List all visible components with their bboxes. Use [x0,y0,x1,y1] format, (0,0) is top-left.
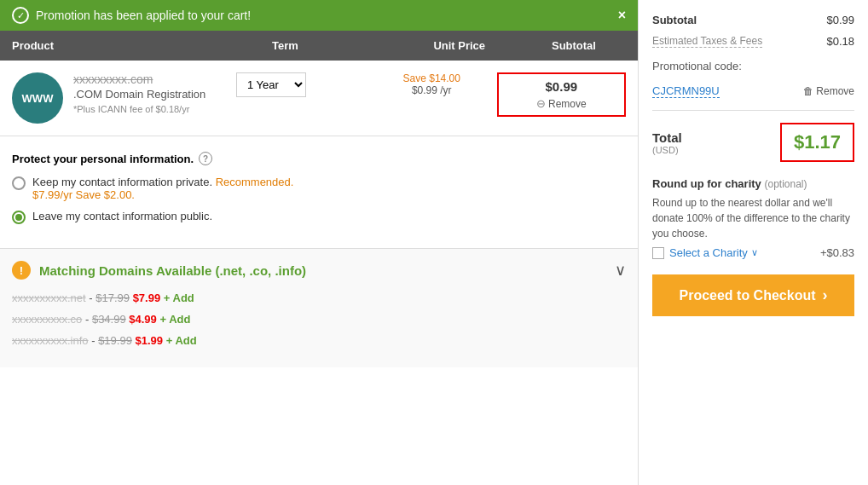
checkout-chevron-icon: › [823,286,828,304]
promo-close-button[interactable]: × [618,8,626,23]
warning-icon: ! [12,261,31,280]
matching-section: ! Matching Domains Available (.net, .co,… [0,249,638,367]
charity-dropdown[interactable]: Select a Charity ∨ [669,246,758,259]
product-icon: WWW [12,72,63,124]
remove-circle-icon: ⊖ [536,97,546,110]
price-cell: Save $14.00 $0.99 /yr [367,72,497,96]
domain-new-price: $4.99 [129,313,157,326]
privacy-option-private[interactable]: Keep my contact information private. Rec… [12,176,626,201]
product-domain-name: xxxxxxxxx.com [73,72,236,86]
remove-link[interactable]: ⊖ Remove [536,97,587,110]
domain-new-price: $1.99 [136,334,164,347]
right-panel: Subtotal $0.99 Estimated Taxes & Fees $0… [638,0,868,485]
total-section: Total (USD) $1.17 [652,123,854,162]
privacy-title-text: Protect your personal information. [12,153,194,165]
product-type: .COM Domain Registration [73,88,236,101]
domain-name-text: xxxxxxxxx.com [73,72,153,86]
term-select[interactable]: 1 Year 2 Years 5 Years [236,72,306,97]
domain-new-price: $7.99 [133,292,161,304]
recommended-text: Recommended. [216,176,294,188]
total-label: Total [652,130,682,145]
charity-chevron-icon: ∨ [751,247,758,258]
charity-checkbox[interactable] [652,247,664,259]
matching-header[interactable]: ! Matching Domains Available (.net, .co,… [12,261,626,280]
domain-old-price: $19.99 [98,334,132,347]
domain-old-price: $34.99 [92,313,126,326]
privacy-section: Protect your personal information. ? Kee… [0,136,638,249]
charity-title: Round up for charity [652,177,761,190]
term-cell: 1 Year 2 Years 5 Years [236,72,367,97]
list-item: xxxxxxxxxx.info - $19.99 $1.99 + Add [12,334,626,347]
chevron-down-icon: ∨ [615,261,626,280]
subtotal-label: Subtotal [652,14,697,26]
promo-text-label: Promotional code: [652,60,742,72]
checkout-label: Proceed to Checkout [679,288,815,303]
promo-message-group: ✓ Promotion has been applied to your car… [12,7,251,24]
domain-add-link[interactable]: + Add [159,313,190,326]
list-item: xxxxxxxxxx.net - $17.99 $7.99 + Add [12,292,626,304]
trash-icon: 🗑 [803,85,813,97]
subtotal-row: Subtotal $0.99 [652,14,854,26]
matching-title-group: ! Matching Domains Available (.net, .co,… [12,261,306,280]
col-header-unit-price: Unit Price [397,39,522,52]
promo-code-row: CJCRMN99U 🗑 Remove [652,84,854,98]
subtotal-amount: $0.99 [546,79,578,94]
promo-check-icon: ✓ [12,7,29,24]
charity-select-label: Select a Charity [669,246,748,259]
taxes-label[interactable]: Estimated Taxes & Fees [652,35,762,48]
charity-select-row: Select a Charity ∨ +$0.83 [652,246,854,259]
table-header: Product Term Unit Price Subtotal [0,31,638,61]
taxes-value: $0.18 [826,35,854,48]
privacy-private-label: Keep my contact information private. Rec… [32,176,293,201]
save-price: Save $14.00 [403,72,460,84]
domain-item-name: xxxxxxxxxx.info [12,334,89,347]
privacy-title: Protect your personal information. ? [12,152,626,165]
checkout-button[interactable]: Proceed to Checkout › [652,274,854,316]
charity-section: Round up for charity (optional) Round up… [652,177,854,259]
total-label-group: Total (USD) [652,130,682,155]
remove-label: Remove [548,98,587,110]
col-header-subtotal: Subtotal [522,39,626,52]
promo-remove-button[interactable]: 🗑 Remove [803,85,854,97]
domain-old-price: $17.99 [95,292,130,304]
promo-remove-label: Remove [816,85,854,97]
domain-item-name: xxxxxxxxxx.co [12,313,82,326]
charity-title-row: Round up for charity (optional) [652,177,854,190]
promo-code[interactable]: CJCRMN99U [652,84,720,98]
domain-item-name: xxxxxxxxxx.net [12,292,86,304]
charity-amount: +$0.83 [820,246,854,259]
subtotal-cell: $0.99 ⊖ Remove [497,72,626,117]
promo-message: Promotion has been applied to your cart! [36,9,251,22]
privacy-private-text: Keep my contact information private. [32,176,212,188]
product-icon-text: WWW [22,92,54,105]
list-item: xxxxxxxxxx.co - $34.99 $4.99 + Add [12,313,626,326]
matching-title: Matching Domains Available (.net, .co, .… [39,263,306,278]
col-header-product: Product [12,39,272,52]
radio-private[interactable] [12,176,26,190]
divider [652,110,854,111]
product-info: xxxxxxxxx.com .COM Domain Registration *… [73,72,236,114]
charity-optional: (optional) [764,178,807,190]
domain-add-link[interactable]: + Add [166,334,197,347]
domain-add-link[interactable]: + Add [164,292,194,304]
domain-list: xxxxxxxxxx.net - $17.99 $7.99 + Addxxxxx… [12,292,626,347]
promo-banner: ✓ Promotion has been applied to your car… [0,0,638,31]
privacy-option-public[interactable]: Leave my contact information public. [12,210,626,224]
total-amount: $1.17 [780,123,854,162]
privacy-public-label: Leave my contact information public. [32,210,212,222]
charity-desc: Round up to the nearest dollar and we'll… [652,195,854,241]
total-currency: (USD) [652,145,682,155]
privacy-price: $7.99/yr Save $2.00. [32,188,135,201]
col-header-term: Term [272,39,396,52]
promo-row: Promotional code: [652,60,854,72]
info-icon[interactable]: ? [199,152,212,165]
product-row: WWW xxxxxxxxx.com .COM Domain Registrati… [0,61,638,136]
radio-public[interactable] [12,211,26,224]
product-fee: *Plus ICANN fee of $0.18/yr [73,104,236,114]
unit-price: $0.99 /yr [412,84,452,96]
taxes-row: Estimated Taxes & Fees $0.18 [652,35,854,48]
subtotal-value: $0.99 [826,14,854,26]
